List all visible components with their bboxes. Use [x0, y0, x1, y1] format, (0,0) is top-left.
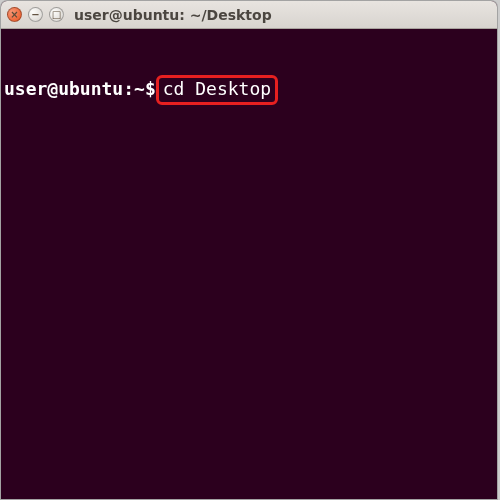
maximize-icon: □: [52, 10, 61, 20]
prompt-path: ~: [134, 78, 145, 100]
prompt-separator: :: [123, 78, 134, 100]
command-text: cd Desktop: [163, 78, 271, 99]
prompt-user-host: user@ubuntu: [4, 78, 123, 100]
window-title: user@ubuntu: ~/Desktop: [74, 7, 272, 23]
close-icon: ×: [10, 10, 18, 20]
window-controls: × − □: [7, 7, 64, 22]
prompt-symbol: $: [145, 78, 156, 100]
command-highlight: cd Desktop: [156, 75, 278, 105]
maximize-button[interactable]: □: [49, 7, 64, 22]
titlebar[interactable]: × − □ user@ubuntu: ~/Desktop: [1, 1, 497, 29]
terminal-body[interactable]: user@ubuntu:~$cd Desktop: [1, 29, 497, 499]
minimize-icon: −: [31, 10, 39, 20]
prompt-line: user@ubuntu:~$cd Desktop: [4, 75, 494, 105]
close-button[interactable]: ×: [7, 7, 22, 22]
minimize-button[interactable]: −: [28, 7, 43, 22]
terminal-window: × − □ user@ubuntu: ~/Desktop user@ubuntu…: [1, 1, 497, 499]
